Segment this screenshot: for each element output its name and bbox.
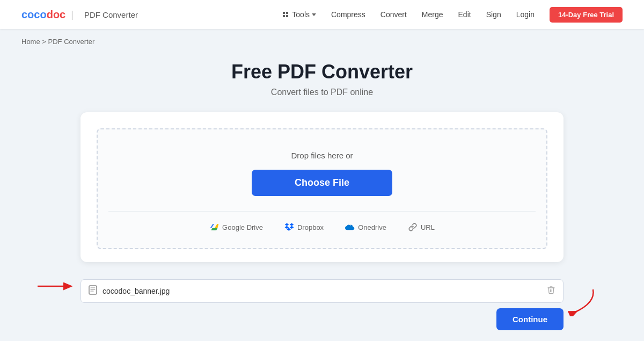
- breadcrumb: Home > PDF Converter: [0, 29, 644, 50]
- page-title: Free PDF Converter: [231, 61, 413, 83]
- nav-login-label: Login: [516, 10, 535, 19]
- trial-button[interactable]: 14-Day Free Trial: [550, 7, 623, 23]
- dropbox-label: Dropbox: [297, 223, 324, 231]
- choose-file-button[interactable]: Choose File: [252, 170, 392, 196]
- onedrive-option[interactable]: Onedrive: [345, 222, 386, 232]
- link-icon: [408, 222, 418, 232]
- drop-zone[interactable]: Drop files here or Choose File Google Dr…: [97, 128, 547, 249]
- nav-tools[interactable]: Tools: [283, 10, 316, 19]
- nav-merge-label: Merge: [422, 10, 443, 19]
- nav-divider: |: [71, 9, 74, 20]
- navbar: cocodoc | PDF Converter Tools Compress: [0, 0, 644, 29]
- nav-merge[interactable]: Merge: [422, 10, 443, 19]
- url-label: URL: [421, 223, 435, 231]
- nav-compress[interactable]: Compress: [331, 10, 365, 19]
- onedrive-icon: [345, 222, 355, 232]
- google-drive-icon: [209, 222, 219, 232]
- nav-sign-label: Sign: [486, 10, 501, 19]
- upload-card: Drop files here or Choose File Google Dr…: [80, 112, 564, 262]
- nav-login[interactable]: Login: [516, 10, 535, 19]
- onedrive-label: Onedrive: [358, 223, 386, 231]
- nav-convert[interactable]: Convert: [380, 10, 407, 19]
- nav-product-label: PDF Converter: [84, 10, 138, 19]
- logo-doc: doc: [47, 9, 66, 20]
- right-arrow-indicator: [564, 287, 601, 318]
- right-arrow-svg: [564, 287, 601, 316]
- nav-compress-label: Compress: [331, 10, 365, 19]
- continue-button[interactable]: Continue: [496, 308, 564, 330]
- breadcrumb-current: PDF Converter: [48, 38, 95, 46]
- nav-links: Tools Compress Convert Merge Edit Sign L…: [283, 7, 623, 23]
- left-arrow-svg: [35, 278, 78, 294]
- delete-file-button[interactable]: [547, 286, 555, 296]
- tools-grid-icon: [283, 12, 288, 17]
- nav-sign[interactable]: Sign: [486, 10, 501, 19]
- file-row-container: cocodoc_banner.jpg: [80, 270, 564, 303]
- breadcrumb-separator: >: [42, 38, 46, 46]
- svg-rect-2: [89, 286, 97, 294]
- dropbox-option[interactable]: Dropbox: [284, 222, 324, 232]
- nav-edit-label: Edit: [458, 10, 471, 19]
- main-content: Free PDF Converter Convert files to PDF …: [0, 50, 644, 341]
- file-row: cocodoc_banner.jpg: [80, 279, 564, 303]
- drop-text: Drop files here or: [291, 151, 353, 160]
- breadcrumb-home[interactable]: Home: [21, 38, 40, 46]
- url-option[interactable]: URL: [408, 222, 435, 232]
- logo: cocodoc | PDF Converter: [21, 9, 138, 21]
- chevron-down-icon: [312, 13, 316, 16]
- dropbox-icon: [284, 222, 294, 232]
- nav-convert-label: Convert: [380, 10, 407, 19]
- logo-coco: coco: [21, 9, 47, 20]
- file-type-icon: [89, 285, 97, 297]
- left-arrow-indicator: [35, 278, 78, 294]
- nav-edit[interactable]: Edit: [458, 10, 471, 19]
- nav-tools-label: Tools: [292, 10, 310, 19]
- google-drive-option[interactable]: Google Drive: [209, 222, 263, 232]
- page-subtitle: Convert files to PDF online: [271, 88, 373, 97]
- google-drive-label: Google Drive: [222, 223, 263, 231]
- continue-row: Continue: [80, 308, 564, 330]
- file-name: cocodoc_banner.jpg: [103, 287, 547, 295]
- cloud-options: Google Drive Dropbox: [108, 211, 536, 232]
